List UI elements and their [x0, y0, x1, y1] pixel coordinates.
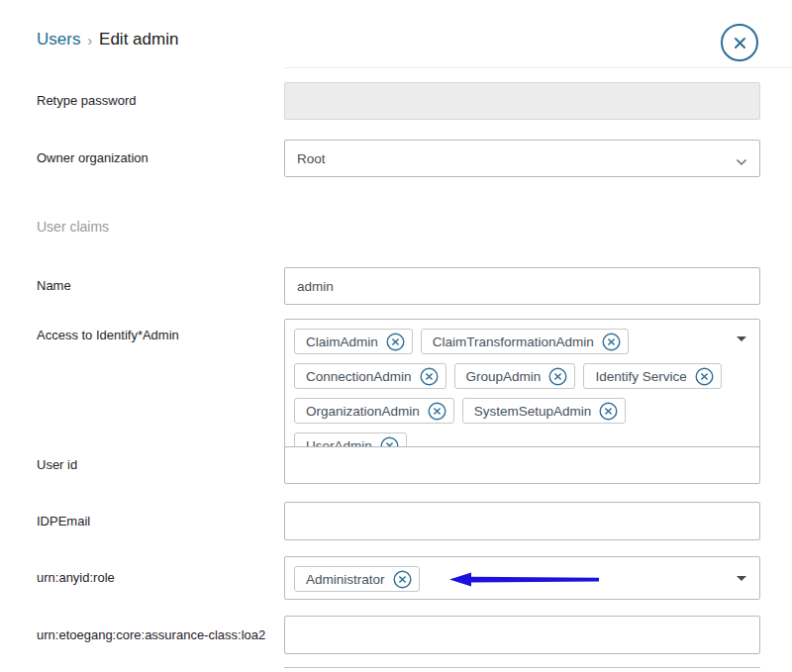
user-id-input[interactable]: [284, 446, 760, 484]
chip-remove-icon[interactable]: [602, 333, 621, 351]
role-label: urn:anyid:role: [37, 556, 115, 600]
chip-label: SystemSetupAdmin: [474, 404, 592, 419]
user-id-row: User id: [0, 446, 792, 484]
close-button[interactable]: [721, 24, 758, 61]
chip: Administrator: [294, 566, 420, 592]
role-multiselect[interactable]: Administrator: [284, 556, 760, 600]
edit-admin-form: Users › Edit admin Retype password Owner…: [0, 0, 792, 672]
user-id-label: User id: [37, 446, 77, 484]
chip: ConnectionAdmin: [294, 363, 446, 389]
loa2-input[interactable]: [284, 616, 760, 654]
chip-remove-icon[interactable]: [386, 333, 405, 351]
name-label: Name: [37, 267, 71, 305]
page-title: Edit admin: [99, 30, 178, 49]
chip-label: Identify Service: [595, 369, 686, 384]
retype-password-input[interactable]: [284, 82, 760, 120]
name-input[interactable]: [284, 267, 760, 305]
loa2-label: urn:etoegang:core:assurance-class:loa2: [37, 616, 265, 654]
caret-down-icon[interactable]: [737, 336, 746, 341]
breadcrumb-users-link[interactable]: Users: [37, 30, 80, 49]
chip-remove-icon[interactable]: [420, 367, 439, 386]
owner-organization-label: Owner organization: [37, 140, 148, 177]
chip: ClaimTransformationAdmin: [421, 329, 629, 354]
chip-remove-icon[interactable]: [428, 402, 446, 421]
chip: ClaimAdmin: [294, 329, 413, 354]
chip-remove-icon[interactable]: [548, 367, 567, 386]
caret-down-icon[interactable]: [737, 576, 746, 581]
breadcrumb-separator: ›: [87, 32, 92, 48]
chip: GroupAdmin: [454, 363, 576, 389]
idp-email-input[interactable]: [284, 502, 760, 540]
chip: SystemSetupAdmin: [462, 398, 627, 424]
chip-remove-icon[interactable]: [599, 402, 618, 421]
idp-email-row: IDPEmail: [0, 502, 792, 540]
user-claims-heading: User claims: [37, 219, 109, 235]
retype-password-label: Retype password: [37, 82, 136, 120]
chip-remove-icon[interactable]: [695, 367, 714, 386]
owner-organization-value: Root: [297, 151, 326, 166]
header-divider: [284, 67, 792, 68]
chevron-down-icon: [736, 154, 747, 169]
owner-organization-row: Owner organization Root: [0, 140, 792, 177]
retype-password-row: Retype password: [0, 82, 792, 120]
chip-label: GroupAdmin: [466, 369, 542, 384]
next-field-partial: [284, 667, 760, 668]
access-label: Access to Identify*Admin: [37, 319, 179, 352]
idp-email-label: IDPEmail: [37, 502, 90, 540]
close-icon: [733, 36, 747, 50]
name-row: Name: [0, 267, 792, 305]
chip: OrganizationAdmin: [294, 398, 454, 424]
breadcrumb: Users › Edit admin: [37, 30, 178, 49]
chip: Identify Service: [583, 363, 721, 389]
loa2-row: urn:etoegang:core:assurance-class:loa2: [0, 616, 792, 654]
owner-organization-select[interactable]: Root: [284, 140, 760, 177]
chip-label: ClaimTransformationAdmin: [433, 335, 594, 349]
chip-label: ClaimAdmin: [306, 335, 378, 349]
chip-label: OrganizationAdmin: [306, 404, 420, 419]
chip-label: Administrator: [306, 572, 385, 587]
chip-label: ConnectionAdmin: [306, 369, 412, 384]
access-row: Access to Identify*Admin ClaimAdminClaim…: [0, 319, 792, 430]
chip-remove-icon[interactable]: [393, 570, 412, 589]
role-row: urn:anyid:role Administrator: [0, 556, 792, 600]
